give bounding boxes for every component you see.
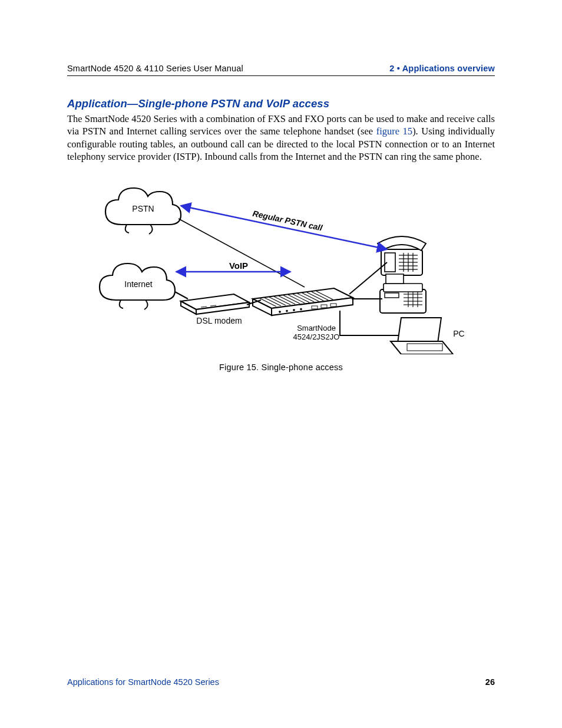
footer-section: Applications for SmartNode 4520 Series — [67, 677, 219, 687]
svg-point-37 — [286, 310, 288, 312]
wire-node-pc — [340, 311, 399, 335]
figure-reference-link[interactable]: figure 15 — [376, 126, 412, 137]
wire-internet-modem — [175, 292, 188, 299]
pc-label: PC — [453, 329, 464, 338]
header-right: 2 • Applications overview — [389, 64, 495, 73]
svg-point-36 — [279, 311, 281, 312]
running-header: SmartNode 4520 & 4110 Series User Manual… — [67, 64, 495, 73]
dsl-modem-label: DSL modem — [196, 316, 242, 325]
dsl-modem-icon — [181, 294, 249, 314]
svg-rect-11 — [384, 284, 422, 292]
header-rule — [67, 75, 495, 76]
section-title: Application—Single-phone PSTN and VoIP a… — [67, 97, 495, 110]
smartnode-label-line2: 4524/2JS2JO — [293, 332, 340, 341]
figure-15: PSTN Internet — [67, 183, 495, 372]
pstn-call-arrow — [181, 206, 387, 249]
fax-icon — [380, 274, 426, 313]
pstn-label: PSTN — [132, 204, 154, 213]
telephone-icon — [378, 236, 426, 275]
wire-pstn-node — [178, 219, 305, 287]
figure-caption: Figure 15. Single-phone access — [67, 363, 495, 372]
internet-label: Internet — [124, 279, 153, 289]
header-left: SmartNode 4520 & 4110 Series User Manual — [67, 64, 243, 73]
figure-diagram: PSTN Internet — [92, 183, 470, 354]
page-footer: Applications for SmartNode 4520 Series 2… — [67, 677, 495, 687]
voip-label: VoIP — [229, 261, 248, 271]
smartnode-label-line1: SmartNode — [297, 324, 336, 332]
laptop-icon — [391, 318, 453, 354]
footer-page-number: 26 — [485, 677, 495, 687]
svg-point-38 — [293, 309, 295, 311]
smartnode-icon — [253, 288, 353, 315]
svg-point-39 — [300, 308, 302, 310]
section-paragraph: The SmartNode 4520 Series with a combina… — [67, 113, 495, 163]
